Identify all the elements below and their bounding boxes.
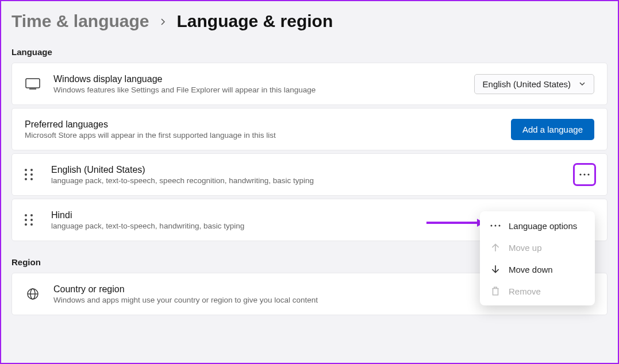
region-desc: Windows and apps might use your country …	[53, 296, 510, 304]
preferred-title: Preferred languages	[25, 119, 511, 130]
language-item-english-us: English (United States) language pack, t…	[11, 153, 608, 196]
svg-point-4	[587, 173, 589, 175]
display-language-desc: Windows features like Settings and File …	[53, 86, 474, 94]
svg-point-2	[579, 173, 581, 175]
preferred-languages-card: Preferred languages Microsoft Store apps…	[11, 108, 608, 150]
display-language-card: Windows display language Windows feature…	[11, 63, 608, 105]
breadcrumb: Time & language Language & region	[1, 1, 618, 31]
language-name: English (United States)	[51, 165, 575, 175]
drag-handle-icon[interactable]	[25, 169, 36, 180]
monitor-icon	[25, 78, 41, 90]
trash-icon	[490, 286, 501, 296]
display-language-value: English (United States)	[483, 79, 571, 89]
language-context-menu: Language options Move up Move down Remov…	[480, 211, 595, 305]
menu-move-down[interactable]: Move down	[480, 258, 595, 280]
display-language-select[interactable]: English (United States)	[474, 74, 594, 94]
arrow-down-icon	[490, 264, 501, 274]
svg-point-11	[491, 225, 493, 227]
section-language-label: Language	[11, 47, 618, 57]
globe-icon	[25, 288, 41, 300]
menu-label: Move down	[509, 265, 553, 274]
language-features: language pack, text-to-speech, speech re…	[51, 176, 575, 185]
chevron-right-icon	[160, 15, 167, 28]
menu-label: Language options	[509, 221, 577, 231]
svg-rect-0	[26, 79, 40, 88]
menu-language-options[interactable]: Language options	[480, 215, 595, 237]
add-language-button[interactable]: Add a language	[511, 119, 594, 140]
breadcrumb-parent[interactable]: Time & language	[11, 11, 149, 31]
chevron-down-icon	[579, 80, 586, 87]
menu-label: Move up	[509, 243, 542, 253]
menu-move-up: Move up	[480, 237, 595, 258]
drag-handle-icon[interactable]	[25, 214, 36, 226]
svg-point-12	[495, 225, 497, 227]
page-title: Language & region	[177, 11, 333, 31]
arrow-up-icon	[490, 242, 501, 253]
more-icon	[490, 220, 501, 231]
menu-label: Remove	[509, 286, 541, 296]
svg-point-13	[499, 225, 501, 227]
preferred-desc: Microsoft Store apps will appear in the …	[25, 131, 511, 140]
language-more-button[interactable]	[575, 165, 594, 184]
svg-point-3	[583, 173, 585, 175]
annotation-arrow-icon	[426, 217, 484, 229]
display-language-title: Windows display language	[53, 74, 474, 84]
menu-remove: Remove	[480, 280, 595, 302]
region-title: Country or region	[53, 284, 510, 295]
